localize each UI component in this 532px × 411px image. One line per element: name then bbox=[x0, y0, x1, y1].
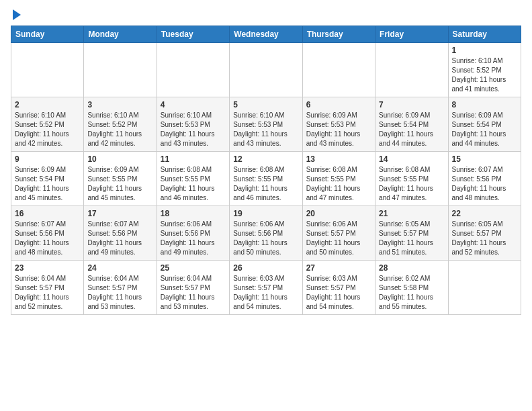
day-number: 19 bbox=[233, 209, 298, 218]
day-number: 5 bbox=[233, 100, 298, 109]
day-info: Sunrise: 6:08 AMSunset: 5:55 PMDaylight:… bbox=[306, 165, 371, 203]
day-number: 3 bbox=[87, 100, 152, 109]
day-number: 9 bbox=[15, 154, 80, 164]
day-number: 20 bbox=[306, 209, 371, 218]
day-number: 11 bbox=[161, 154, 226, 164]
calendar-day-cell: 21Sunrise: 6:05 AMSunset: 5:57 PMDayligh… bbox=[375, 206, 448, 261]
calendar-day-cell: 28Sunrise: 6:02 AMSunset: 5:58 PMDayligh… bbox=[375, 261, 448, 315]
calendar-day-cell: 20Sunrise: 6:06 AMSunset: 5:57 PMDayligh… bbox=[302, 206, 375, 261]
day-info: Sunrise: 6:05 AMSunset: 5:57 PMDaylight:… bbox=[379, 220, 444, 257]
day-info: Sunrise: 6:09 AMSunset: 5:54 PMDaylight:… bbox=[452, 111, 517, 148]
calendar-day-cell: 26Sunrise: 6:03 AMSunset: 5:57 PMDayligh… bbox=[230, 261, 302, 315]
day-info: Sunrise: 6:04 AMSunset: 5:57 PMDaylight:… bbox=[87, 274, 152, 312]
calendar-day-cell: 12Sunrise: 6:08 AMSunset: 5:55 PMDayligh… bbox=[230, 152, 302, 206]
day-number: 27 bbox=[306, 263, 371, 273]
day-number: 13 bbox=[306, 154, 371, 164]
day-info: Sunrise: 6:08 AMSunset: 5:55 PMDaylight:… bbox=[161, 165, 226, 203]
calendar-day-cell: 18Sunrise: 6:06 AMSunset: 5:56 PMDayligh… bbox=[157, 206, 229, 261]
day-number: 28 bbox=[379, 263, 444, 273]
calendar-day-cell: 7Sunrise: 6:09 AMSunset: 5:54 PMDaylight… bbox=[375, 97, 448, 152]
calendar-week-row: 9Sunrise: 6:09 AMSunset: 5:54 PMDaylight… bbox=[11, 152, 521, 206]
day-info: Sunrise: 6:03 AMSunset: 5:57 PMDaylight:… bbox=[306, 274, 371, 312]
day-info: Sunrise: 6:06 AMSunset: 5:56 PMDaylight:… bbox=[233, 220, 298, 257]
calendar-day-cell bbox=[11, 43, 84, 97]
day-info: Sunrise: 6:05 AMSunset: 5:57 PMDaylight:… bbox=[452, 220, 517, 257]
day-info: Sunrise: 6:09 AMSunset: 5:55 PMDaylight:… bbox=[87, 165, 152, 203]
calendar-day-cell: 23Sunrise: 6:04 AMSunset: 5:57 PMDayligh… bbox=[11, 261, 84, 315]
day-info: Sunrise: 6:10 AMSunset: 5:52 PMDaylight:… bbox=[15, 111, 80, 148]
day-info: Sunrise: 6:10 AMSunset: 5:52 PMDaylight:… bbox=[87, 111, 152, 148]
day-number: 23 bbox=[15, 263, 80, 273]
calendar-week-row: 2Sunrise: 6:10 AMSunset: 5:52 PMDaylight… bbox=[11, 97, 521, 152]
day-number: 6 bbox=[306, 100, 371, 109]
calendar-day-cell: 25Sunrise: 6:04 AMSunset: 5:57 PMDayligh… bbox=[157, 261, 229, 315]
calendar-day-cell: 19Sunrise: 6:06 AMSunset: 5:56 PMDayligh… bbox=[230, 206, 302, 261]
calendar-day-cell bbox=[157, 43, 229, 97]
day-of-week-header: Thursday bbox=[302, 26, 375, 43]
day-info: Sunrise: 6:02 AMSunset: 5:58 PMDaylight:… bbox=[379, 274, 444, 312]
calendar-week-row: 16Sunrise: 6:07 AMSunset: 5:56 PMDayligh… bbox=[11, 206, 521, 261]
calendar-day-cell: 24Sunrise: 6:04 AMSunset: 5:57 PMDayligh… bbox=[84, 261, 157, 315]
day-of-week-header: Saturday bbox=[448, 26, 521, 43]
day-number: 18 bbox=[161, 209, 226, 218]
day-info: Sunrise: 6:09 AMSunset: 5:54 PMDaylight:… bbox=[379, 111, 444, 148]
logo bbox=[11, 11, 21, 20]
day-info: Sunrise: 6:08 AMSunset: 5:55 PMDaylight:… bbox=[233, 165, 298, 203]
calendar-day-cell bbox=[375, 43, 448, 97]
calendar-day-cell: 27Sunrise: 6:03 AMSunset: 5:57 PMDayligh… bbox=[302, 261, 375, 315]
calendar-day-cell: 3Sunrise: 6:10 AMSunset: 5:52 PMDaylight… bbox=[84, 97, 157, 152]
day-info: Sunrise: 6:07 AMSunset: 5:56 PMDaylight:… bbox=[87, 220, 152, 257]
logo-arrow-icon bbox=[13, 9, 21, 20]
day-info: Sunrise: 6:07 AMSunset: 5:56 PMDaylight:… bbox=[15, 220, 80, 257]
calendar-day-cell bbox=[84, 43, 157, 97]
day-of-week-header: Wednesday bbox=[230, 26, 302, 43]
calendar-week-row: 23Sunrise: 6:04 AMSunset: 5:57 PMDayligh… bbox=[11, 261, 521, 315]
day-of-week-header: Sunday bbox=[11, 26, 84, 43]
day-number: 8 bbox=[452, 100, 517, 109]
day-info: Sunrise: 6:08 AMSunset: 5:55 PMDaylight:… bbox=[379, 165, 444, 203]
day-number: 2 bbox=[15, 100, 80, 109]
calendar-day-cell bbox=[448, 261, 521, 315]
calendar-day-cell: 22Sunrise: 6:05 AMSunset: 5:57 PMDayligh… bbox=[448, 206, 521, 261]
day-number: 12 bbox=[233, 154, 298, 164]
day-number: 1 bbox=[452, 46, 517, 55]
calendar-day-cell: 14Sunrise: 6:08 AMSunset: 5:55 PMDayligh… bbox=[375, 152, 448, 206]
calendar-day-cell: 5Sunrise: 6:10 AMSunset: 5:53 PMDaylight… bbox=[230, 97, 302, 152]
day-number: 17 bbox=[87, 209, 152, 218]
day-info: Sunrise: 6:07 AMSunset: 5:56 PMDaylight:… bbox=[452, 165, 517, 203]
day-number: 10 bbox=[87, 154, 152, 164]
day-info: Sunrise: 6:06 AMSunset: 5:56 PMDaylight:… bbox=[161, 220, 226, 257]
day-info: Sunrise: 6:09 AMSunset: 5:54 PMDaylight:… bbox=[15, 165, 80, 203]
calendar-day-cell: 15Sunrise: 6:07 AMSunset: 5:56 PMDayligh… bbox=[448, 152, 521, 206]
calendar-day-cell: 17Sunrise: 6:07 AMSunset: 5:56 PMDayligh… bbox=[84, 206, 157, 261]
day-of-week-header: Monday bbox=[84, 26, 157, 43]
day-number: 15 bbox=[452, 154, 517, 164]
day-info: Sunrise: 6:10 AMSunset: 5:53 PMDaylight:… bbox=[233, 111, 298, 148]
day-number: 26 bbox=[233, 263, 298, 273]
calendar-day-cell: 9Sunrise: 6:09 AMSunset: 5:54 PMDaylight… bbox=[11, 152, 84, 206]
calendar-table: SundayMondayTuesdayWednesdayThursdayFrid… bbox=[11, 26, 521, 315]
day-number: 24 bbox=[87, 263, 152, 273]
calendar-day-cell bbox=[230, 43, 302, 97]
calendar-day-cell: 1Sunrise: 6:10 AMSunset: 5:52 PMDaylight… bbox=[448, 43, 521, 97]
day-info: Sunrise: 6:04 AMSunset: 5:57 PMDaylight:… bbox=[161, 274, 226, 312]
day-number: 22 bbox=[452, 209, 517, 218]
day-of-week-header: Friday bbox=[375, 26, 448, 43]
calendar-week-row: 1Sunrise: 6:10 AMSunset: 5:52 PMDaylight… bbox=[11, 43, 521, 97]
calendar-day-cell: 4Sunrise: 6:10 AMSunset: 5:53 PMDaylight… bbox=[157, 97, 229, 152]
calendar-day-cell: 16Sunrise: 6:07 AMSunset: 5:56 PMDayligh… bbox=[11, 206, 84, 261]
day-number: 4 bbox=[161, 100, 226, 109]
calendar-day-cell: 13Sunrise: 6:08 AMSunset: 5:55 PMDayligh… bbox=[302, 152, 375, 206]
calendar-header-row: SundayMondayTuesdayWednesdayThursdayFrid… bbox=[11, 26, 521, 43]
day-info: Sunrise: 6:10 AMSunset: 5:53 PMDaylight:… bbox=[161, 111, 226, 148]
day-number: 7 bbox=[379, 100, 444, 109]
day-number: 14 bbox=[379, 154, 444, 164]
day-info: Sunrise: 6:10 AMSunset: 5:52 PMDaylight:… bbox=[452, 56, 517, 94]
day-info: Sunrise: 6:09 AMSunset: 5:53 PMDaylight:… bbox=[306, 111, 371, 148]
day-info: Sunrise: 6:04 AMSunset: 5:57 PMDaylight:… bbox=[15, 274, 80, 312]
day-info: Sunrise: 6:06 AMSunset: 5:57 PMDaylight:… bbox=[306, 220, 371, 257]
day-number: 16 bbox=[15, 209, 80, 218]
page-header bbox=[11, 11, 521, 20]
calendar-day-cell: 2Sunrise: 6:10 AMSunset: 5:52 PMDaylight… bbox=[11, 97, 84, 152]
calendar-day-cell: 6Sunrise: 6:09 AMSunset: 5:53 PMDaylight… bbox=[302, 97, 375, 152]
